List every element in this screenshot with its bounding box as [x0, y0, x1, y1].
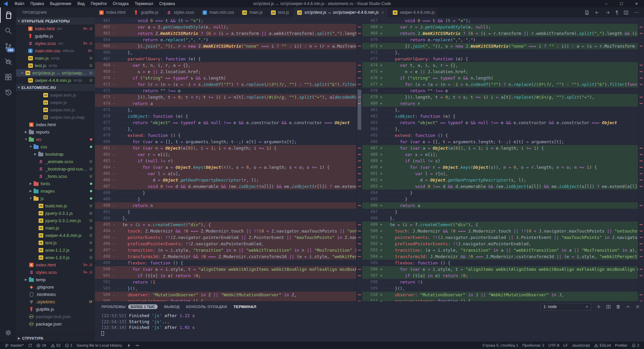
status-error[interactable]: 1K: [34, 342, 49, 349]
diff-line-modified[interactable]: 494··········}: [362, 190, 638, 196]
tree-item[interactable]: JSwow-1.3.0.jsU: [16, 254, 95, 261]
status-bell[interactable]: 2: [630, 342, 641, 349]
tree-item[interactable]: JStest.jsU: [16, 239, 95, 246]
tree-item[interactable]: JSswiper.esm.js: [16, 91, 95, 99]
diff-line-original[interactable]: 488··········}: [95, 190, 356, 196]
diff-line-modified[interactable]: 474+······var·t,·a,·i,·s,·r·=·{},: [362, 62, 638, 68]
diff-line-original[interactable]: 501-········if·(t[n]·in·e)·return·!0;: [95, 272, 356, 279]
maximize-panel-icon[interactable]: [626, 304, 630, 309]
open-editors-header[interactable]: ▼ ОТКРЫТЫЕ РЕДАКТОРЫ: [16, 17, 95, 25]
diff-line-original[interactable]: 465-········}).join(",·")),·r·=·new·Z.We…: [95, 43, 356, 49]
diff-line-original[interactable]: 494-····touch:·Z.Modernizr·&&·!0·===·Z.M…: [95, 228, 356, 234]
pilcrow-icon[interactable]: ¶: [615, 10, 618, 15]
diff-line-original[interactable]: 462-········var·a·=·Z.getComputedStyle(e…: [95, 24, 356, 30]
status-пробелов-2[interactable]: Пробелов: 2: [520, 342, 546, 349]
editor-tab[interactable]: JStest.js: [267, 7, 293, 17]
tree-item[interactable]: JSswiper.min.js.map: [16, 113, 95, 121]
diff-line-modified[interactable]: 472····},: [362, 49, 638, 56]
diff-line-modified[interactable]: 510+····observer:·"MutationObserver"·in·…: [362, 292, 638, 298]
diff-line-original[interactable]: 473-········})).length,·t·=·0;·t·<·r;·t·…: [95, 94, 356, 100]
tree-item[interactable]: JSmain.jsU: [16, 224, 95, 232]
diff-line-original[interactable]: 502······return·!1: [95, 279, 356, 285]
tree-item[interactable]: gulpfile.js: [16, 305, 95, 313]
split-terminal-icon[interactable]: [606, 304, 611, 309]
explorer-activity-icon[interactable]: [0, 7, 16, 23]
diff-line-original[interactable]: 489········}: [95, 196, 356, 202]
diff-line-modified[interactable]: 498··},: [362, 215, 638, 221]
left-overview-ruler[interactable]: [356, 17, 362, 301]
open-editor-item[interactable]: JSsrc\js\test.js ↔ src\js\swipe...U: [16, 69, 95, 77]
diff-line-modified[interactable]: 508······return·!1: [362, 279, 638, 285]
diff-line-original[interactable]: 504-····observer:·"MutationObserver"·in·…: [95, 292, 356, 298]
diff-line-original[interactable]: 461········void·0·===·t·&&·(t·=·"x");: [95, 17, 356, 24]
diff-line-original[interactable]: 487-············void·0·!==·d·&&·d.enumer…: [95, 183, 356, 190]
tree-item[interactable]: JSswiper.js: [16, 99, 95, 106]
close-panel-icon[interactable]: [635, 304, 640, 309]
menu-item-выделение[interactable]: Выделение: [47, 0, 74, 7]
maximize-window-button[interactable]: ☐: [614, 0, 629, 7]
diff-line-original[interactable]: 474-······return·a: [95, 100, 356, 107]
history-activity-icon[interactable]: [0, 85, 16, 100]
open-editor-item[interactable]: 5index.htmlsrc9+, U: [16, 25, 95, 32]
diff-line-modified[interactable]: 469+······return·J.WebKitCSSMatrix·?·(6·…: [362, 30, 638, 37]
diff-line-modified[interactable]: 499+··te·=·(i·=·f.createElement("div"),·…: [362, 221, 638, 228]
tree-item[interactable]: JSbuild.min.jsU: [16, 202, 95, 209]
diff-line-original[interactable]: 479····extend:·function·()·{: [95, 132, 356, 139]
menu-item-правка[interactable]: Правка: [28, 0, 47, 7]
diff-line-modified[interactable]: 476+······if·("string"·==·typeof·n·&&·n.…: [362, 75, 638, 81]
diff-line-original[interactable]: 477······return·"object"·==·typeof·e·&&·…: [95, 119, 356, 126]
editor-tab[interactable]: gulpfile.js: [129, 7, 162, 17]
status-saving-file-to-local-history-[interactable]: Saving file to Local History.: [74, 342, 125, 349]
menu-item-терминал[interactable]: Терминал: [131, 0, 156, 7]
diff-line-modified[interactable]: 484····},: [362, 126, 638, 132]
arrow-left-icon[interactable]: [595, 10, 600, 15]
status-zap[interactable]: [125, 342, 133, 349]
tree-item[interactable]: ▶fonts: [16, 180, 95, 187]
diff-line-original[interactable]: 466····},: [95, 49, 356, 56]
diff-line-original[interactable]: 469-········s·=·e·||·Z.location.href;: [95, 68, 356, 75]
kill-terminal-icon[interactable]: [616, 304, 621, 309]
diff-line-modified[interactable]: 478··········return·""·!==·e: [362, 88, 638, 94]
diff-line-original[interactable]: 491····}: [95, 209, 356, 215]
diff-line-modified[interactable]: 477+········for·(s·=·(a·=·(n·=·-1·<·n.in…: [362, 81, 638, 88]
editor-tab[interactable]: 5index.html: [95, 7, 129, 17]
diff-line-original[interactable]: 470-······if·("string"·==·typeof·s·&&·s.…: [95, 75, 356, 81]
diff-line-modified[interactable]: 482····isObject:·function·(e)·{: [362, 113, 638, 119]
diff-line-original[interactable]: 472··········return·""·!==·e: [95, 88, 356, 94]
split-editor-icon[interactable]: [624, 10, 629, 15]
open-editor-item[interactable]: gulpfile.js: [16, 32, 95, 40]
diff-line-modified[interactable]: 490+··········for·(var·r·=·Object.keys(O…: [362, 164, 638, 170]
tree-item[interactable]: npmpackage.json: [16, 320, 95, 328]
diff-line-modified[interactable]: 480+······return·r: [362, 100, 638, 107]
status-warning[interactable]: 52: [49, 342, 63, 349]
diff-line-modified[interactable]: 489+········if·(null·!=·s): [362, 158, 638, 164]
diff-line-original[interactable]: 483-········if·(null·!=·r): [95, 158, 356, 164]
open-editor-item[interactable]: JSmain.jssrc\jsU: [16, 54, 95, 62]
open-editor-item[interactable]: Sstyles.scsssrc9+, U: [16, 40, 95, 47]
terminal-output[interactable]: [22:53:52] Finished 'js' after 1.22 s[22…: [95, 312, 644, 342]
diff-line-modified[interactable]: 497····}: [362, 209, 638, 215]
tree-item[interactable]: JSwow-1.1.2.jsU: [16, 246, 95, 254]
tree-item[interactable]: Sstyles.scss9+, U: [16, 268, 95, 276]
status-строка-5-столбец-1[interactable]: Строка 5, столбец 1: [480, 342, 520, 349]
diff-line-modified[interactable]: 468+······var·r·=·J.getComputedStyle(e,·…: [362, 24, 638, 30]
diff-line-original[interactable]: 503····}(),: [95, 285, 356, 292]
tree-item[interactable]: JSjquery-3.3.1.jsU: [16, 209, 95, 217]
debug-activity-icon[interactable]: [0, 54, 16, 69]
arrow-right-icon[interactable]: [605, 10, 610, 15]
close-window-button[interactable]: ✕: [629, 0, 644, 7]
status-warning[interactable]: ESLint: [592, 342, 613, 349]
diff-line-modified[interactable]: 488+········var·s·=·e[i];: [362, 151, 638, 158]
diff-line-modified[interactable]: 502+····prefixedPointerEvents:·!!J.navig…: [362, 241, 638, 247]
tree-item[interactable]: .htmlhintrc: [16, 291, 95, 298]
tree-item[interactable]: ▶temp: [16, 276, 95, 283]
diff-line-modified[interactable]: 486······for·(var·e·=·[],·t·=·arguments.…: [362, 139, 638, 145]
diff-line-modified[interactable]: 473····parseUrlQuery:·function·(e)·{: [362, 56, 638, 62]
editor-tab[interactable]: JSsrc\js\test.js ↔ src\js\swiper-4.4.6.m…: [293, 7, 388, 17]
diff-line-modified[interactable]: 507+········if·(t[a]·in·e)·return·!0;: [362, 272, 638, 279]
source-control-activity-icon[interactable]: 191: [0, 38, 16, 54]
menu-item-файл[interactable]: Файл: [11, 0, 28, 7]
tree-item[interactable]: ▶bootstrap: [16, 150, 95, 158]
search-activity-icon[interactable]: [0, 23, 16, 38]
diff-line-modified[interactable]: 470··········return·e.replace(",",·"."): [362, 37, 638, 43]
